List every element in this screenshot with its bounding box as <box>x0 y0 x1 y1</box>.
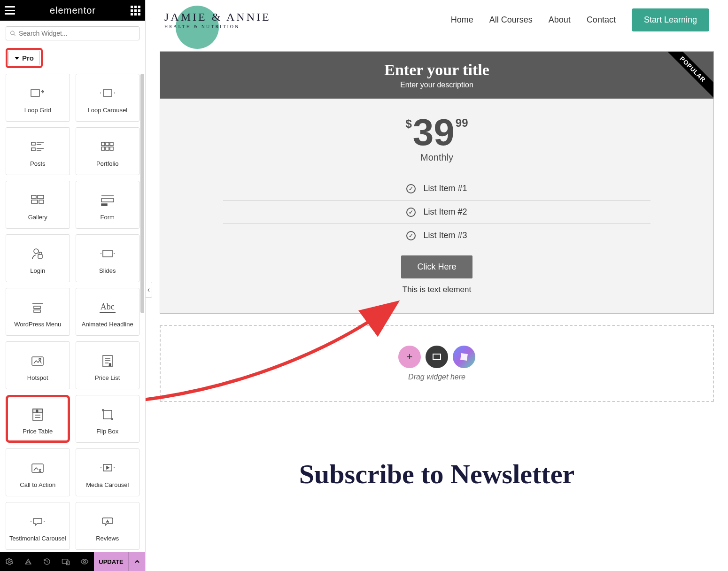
nav-courses[interactable]: All Courses <box>489 15 533 25</box>
search-icon <box>10 30 16 37</box>
widgets-list: Loop Grid Loop Carousel Posts Portfolio … <box>0 74 145 552</box>
svg-rect-5 <box>31 148 35 151</box>
feature-list: List Item #1 List Item #2 List Item #3 <box>223 177 651 247</box>
svg-rect-17 <box>38 195 44 199</box>
svg-text:$: $ <box>36 409 38 413</box>
category-toggle[interactable]: Pro <box>8 51 40 65</box>
widget-wordpress-menu[interactable]: WordPress Menu <box>6 288 70 336</box>
site-header: JAMIE & ANNIE HEALTH & NUTRITION Home Al… <box>146 0 728 40</box>
widget-loop-grid[interactable]: Loop Grid <box>6 74 70 122</box>
settings-icon[interactable] <box>0 558 19 565</box>
collapse-panel[interactable] <box>146 282 152 298</box>
update-button[interactable]: UPDATE <box>94 552 128 571</box>
widget-gallery[interactable]: Gallery <box>6 181 70 229</box>
panel-footer: UPDATE <box>0 552 145 571</box>
svg-rect-3 <box>103 90 112 96</box>
widget-price-table[interactable]: $Price Table <box>6 395 70 443</box>
apps-grid-icon[interactable] <box>131 6 140 15</box>
widget-flip-box[interactable]: Flip Box <box>76 395 140 443</box>
widget-call-to-action[interactable]: Call to Action <box>6 448 70 496</box>
svg-marker-45 <box>106 519 109 523</box>
nav-contact[interactable]: Contact <box>587 15 616 25</box>
widget-portfolio[interactable]: Portfolio <box>76 127 140 175</box>
widget-testimonial-carousel[interactable]: Testimonial Carousel <box>6 502 70 550</box>
add-container-icon[interactable] <box>426 346 448 368</box>
svg-rect-2 <box>31 90 39 96</box>
widget-reviews[interactable]: Reviews <box>76 502 140 550</box>
check-icon <box>406 231 416 240</box>
svg-point-52 <box>8 561 10 563</box>
svg-rect-22 <box>101 204 107 206</box>
price-period: Monthly <box>179 152 695 163</box>
newsletter-heading: Subscribe to Newsletter <box>146 458 728 490</box>
widget-posts[interactable]: Posts <box>6 127 70 175</box>
price-table-widget[interactable]: Enter your title Enter your description … <box>160 51 714 314</box>
svg-rect-11 <box>106 142 109 146</box>
site-logo[interactable]: JAMIE & ANNIE HEALTH & NUTRITION <box>164 11 271 29</box>
navigator-icon[interactable] <box>19 558 38 565</box>
price-header: Enter your title Enter your description … <box>160 52 713 99</box>
svg-rect-29 <box>32 357 43 365</box>
search-wrap <box>0 21 145 46</box>
svg-rect-15 <box>110 147 113 150</box>
svg-rect-4 <box>31 142 35 145</box>
add-template-icon[interactable] <box>453 346 475 368</box>
scrollbar[interactable] <box>140 74 144 313</box>
svg-rect-21 <box>101 199 114 202</box>
price-description: Enter your description <box>165 81 709 89</box>
drop-hint: Drag widget here <box>180 373 693 381</box>
svg-marker-44 <box>107 466 109 469</box>
preview-icon[interactable] <box>75 558 94 565</box>
panel-header: elementor <box>0 0 145 21</box>
widget-loop-carousel[interactable]: Loop Carousel <box>76 74 140 122</box>
feature-item: List Item #3 <box>223 224 651 247</box>
update-options[interactable] <box>128 552 145 571</box>
widget-animated-headline[interactable]: AbcAnimated Headline <box>76 288 140 336</box>
svg-rect-14 <box>106 147 109 150</box>
responsive-icon[interactable] <box>56 558 75 565</box>
svg-rect-19 <box>39 200 44 203</box>
empty-section[interactable]: + Drag widget here <box>160 325 714 402</box>
elementor-panel: elementor Pro Loop Grid Loop Carousel Po… <box>0 0 146 571</box>
svg-rect-18 <box>31 200 38 203</box>
widget-media-carousel[interactable]: Media Carousel <box>76 448 140 496</box>
svg-rect-41 <box>103 410 112 419</box>
feature-item: List Item #2 <box>223 201 651 224</box>
check-icon <box>406 184 416 193</box>
widget-price-list[interactable]: $Price List <box>76 341 140 389</box>
check-icon <box>406 208 416 217</box>
widget-login[interactable]: Login <box>6 234 70 282</box>
brand-label: elementor <box>50 5 96 16</box>
newsletter-section: Subscribe to Newsletter <box>146 458 728 490</box>
svg-rect-13 <box>101 147 105 150</box>
price-cta-button[interactable]: Click Here <box>401 255 472 278</box>
menu-icon[interactable] <box>5 6 15 15</box>
svg-point-30 <box>39 358 41 360</box>
preview-area: JAMIE & ANNIE HEALTH & NUTRITION Home Al… <box>146 0 728 571</box>
nav-about[interactable]: About <box>549 15 571 25</box>
history-icon[interactable] <box>38 558 56 565</box>
price-footer-text: This is text element <box>179 285 695 294</box>
search-input[interactable] <box>19 30 135 37</box>
svg-line-1 <box>14 34 15 36</box>
svg-rect-25 <box>103 250 112 257</box>
start-learning-button[interactable]: Start Learning <box>632 8 709 31</box>
svg-rect-10 <box>101 142 105 146</box>
svg-text:$: $ <box>109 363 111 367</box>
svg-rect-28 <box>34 310 40 312</box>
svg-point-55 <box>84 561 86 563</box>
svg-rect-42 <box>32 464 43 472</box>
price-title: Enter your title <box>165 61 709 79</box>
category-label: Pro <box>22 54 34 62</box>
svg-point-23 <box>34 249 39 254</box>
svg-rect-12 <box>110 142 113 146</box>
ribbon: POPULAR <box>662 52 713 103</box>
svg-point-0 <box>11 31 15 35</box>
widget-slides[interactable]: Slides <box>76 234 140 282</box>
svg-rect-16 <box>31 195 36 199</box>
caret-down-icon <box>15 57 19 60</box>
add-section-icon[interactable]: + <box>398 346 421 368</box>
nav-home[interactable]: Home <box>451 15 473 25</box>
widget-form[interactable]: Form <box>76 181 140 229</box>
widget-hotspot[interactable]: Hotspot <box>6 341 70 389</box>
